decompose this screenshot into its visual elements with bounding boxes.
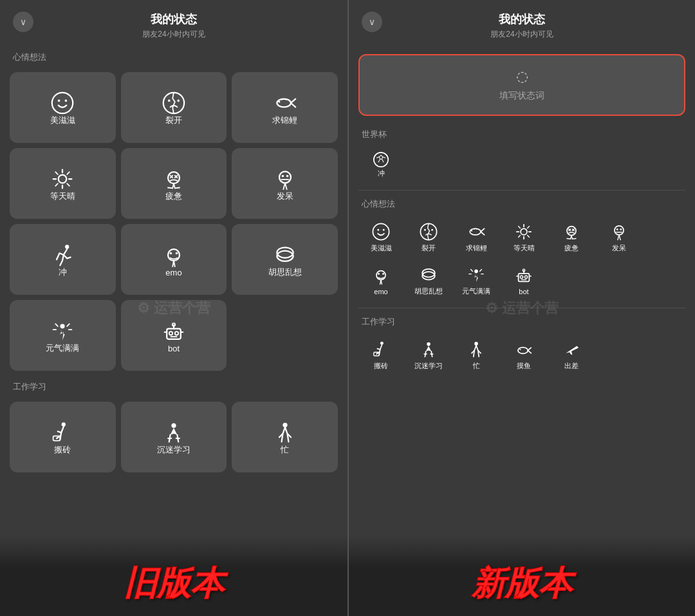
left-tile-label-bot: bot — [168, 344, 180, 353]
tired-icon — [162, 167, 185, 191]
work-icon — [51, 421, 74, 444]
right-chip-sun[interactable]: 等天晴 — [501, 218, 546, 258]
right-chip-liekai[interactable]: 裂开 — [406, 218, 451, 258]
right-chip-label-work: 搬砖 — [374, 361, 388, 371]
right-fish2-icon — [515, 341, 533, 359]
right-chip-bot[interactable]: bot — [501, 261, 546, 301]
left-tile-bot[interactable]: bot — [121, 300, 227, 371]
left-tile-liekai[interactable]: 裂开 — [121, 72, 227, 143]
right-chip-work[interactable]: 搬砖 — [358, 335, 403, 376]
left-tile-label-daze: 发呆 — [277, 191, 293, 202]
right-fish-icon — [467, 223, 485, 241]
right-chip-label-sun: 等天晴 — [514, 243, 535, 253]
right-chip-study[interactable]: 沉迷学习 — [406, 335, 451, 376]
right-cloud-icon — [420, 266, 438, 284]
right-chip-label-emo: emo — [374, 288, 387, 295]
right-chip-daze[interactable]: 发呆 — [597, 218, 642, 258]
left-tile-label-energy: 元气满满 — [46, 342, 79, 354]
left-version-text: 旧版本 — [124, 565, 224, 602]
right-version-text: 新版本 — [472, 565, 572, 602]
left-panel: ∨ 我的状态 朋友24小时内可见 心情想法 美滋滋 裂开 求锦鲤 等天晴 — [0, 0, 348, 616]
right-panel: ∨ 我的状态 朋友24小时内可见 ◌ 填写状态词 世界杯 冲 心情想法 美滋滋 — [348, 0, 695, 616]
left-title: 我的状态 — [13, 12, 335, 27]
left-tile-emo[interactable]: emo — [121, 224, 227, 295]
right-chip-label-energy: 元气满满 — [462, 286, 490, 296]
left-work-section-label: 工作学习 — [0, 376, 348, 397]
smile-icon — [51, 91, 74, 115]
left-work-grid: 搬砖 沉迷学习 忙 — [0, 397, 348, 478]
left-tile-work[interactable]: 搬砖 — [10, 402, 116, 472]
left-tile-jinli[interactable]: 求锦鲤 — [232, 72, 338, 143]
right-tired-icon — [562, 223, 580, 241]
right-chip-busy[interactable]: 忙 — [454, 335, 499, 376]
left-back-button[interactable]: ∨ — [13, 12, 33, 32]
right-header: ∨ 我的状态 朋友24小时内可见 — [349, 0, 695, 46]
right-worldcup-item-rush[interactable]: 冲 — [358, 147, 403, 182]
cloud-icon — [273, 243, 297, 266]
left-tile-label-tired: 疲惫 — [165, 191, 182, 202]
right-chip-label-jinli: 求锦鲤 — [466, 243, 487, 253]
right-trip-icon — [562, 341, 580, 359]
left-tile-label-study: 沉迷学习 — [157, 444, 190, 456]
left-mood-section-label: 心情想法 — [0, 46, 348, 67]
left-tile-label-cloud: 胡思乱想 — [268, 266, 302, 278]
right-chip-cloud[interactable]: 胡思乱想 — [406, 261, 451, 301]
left-tile-cloud[interactable]: 胡思乱想 — [232, 224, 338, 295]
left-tile-daze[interactable]: 发呆 — [232, 148, 338, 219]
right-chip-label-tired: 疲惫 — [564, 243, 579, 253]
right-chip-label-cloud: 胡思乱想 — [414, 286, 443, 296]
right-chip-trip[interactable]: 出差 — [549, 335, 594, 376]
right-work-section-label: 工作学习 — [349, 311, 695, 331]
divider-1 — [358, 190, 685, 191]
right-title: 我的状态 — [362, 12, 682, 27]
right-back-button[interactable]: ∨ — [362, 12, 382, 32]
left-tile-label-meizizhi: 美滋滋 — [50, 115, 75, 126]
left-tile-label-busy: 忙 — [281, 444, 289, 456]
bot-icon — [162, 321, 185, 344]
right-daze-icon — [610, 223, 628, 241]
fish-icon — [273, 91, 297, 115]
energy-icon — [51, 319, 74, 342]
left-tile-study[interactable]: 沉迷学习 — [121, 402, 227, 472]
sun-icon — [51, 167, 74, 191]
daze-icon — [273, 167, 297, 191]
left-tile-label-work: 搬砖 — [54, 444, 71, 456]
left-tile-tired[interactable]: 疲惫 — [121, 148, 227, 219]
right-energy-icon — [467, 266, 485, 284]
run-icon — [51, 243, 74, 266]
right-worldcup-section: 冲 — [349, 144, 695, 187]
right-chip-label-moyu: 摸鱼 — [517, 361, 531, 371]
left-tile-label-liekai: 裂开 — [165, 115, 182, 126]
left-tile-label-rush: 冲 — [59, 266, 67, 278]
right-chip-label-liekai: 裂开 — [422, 243, 436, 253]
left-tile-meizizhi[interactable]: 美滋滋 — [10, 72, 116, 143]
left-tile-busy[interactable]: 忙 — [232, 402, 338, 472]
status-placeholder: 填写状态词 — [499, 90, 544, 102]
chevron-down-icon: ∨ — [20, 17, 26, 27]
right-version-overlay: 新版本 — [349, 536, 695, 616]
left-tile-energy[interactable]: 元气满满 — [10, 300, 116, 371]
left-mood-grid: 美滋滋 裂开 求锦鲤 等天晴 疲惫 发呆 — [0, 67, 348, 376]
right-worldcup-label: 世界杯 — [349, 124, 695, 144]
right-work-icon — [372, 341, 390, 359]
worldcup-rush-label: 冲 — [378, 169, 385, 178]
right-chip-tired[interactable]: 疲惫 — [549, 218, 594, 258]
right-chip-meizizhi[interactable]: 美滋滋 — [358, 218, 403, 258]
left-tile-rush[interactable]: 冲 — [10, 224, 116, 295]
right-chip-label-study: 沉迷学习 — [414, 361, 443, 371]
right-chip-emo[interactable]: emo — [358, 261, 403, 301]
split-icon — [162, 91, 185, 115]
status-input-box[interactable]: ◌ 填写状态词 — [358, 54, 685, 116]
left-tile-label-emo: emo — [165, 268, 181, 277]
right-chip-label-bot: bot — [519, 288, 528, 295]
divider-2 — [358, 308, 685, 308]
right-busy-icon — [467, 341, 485, 359]
right-chip-jinli[interactable]: 求锦鲤 — [454, 218, 499, 258]
right-chip-moyu[interactable]: 摸鱼 — [501, 335, 546, 376]
right-chip-energy[interactable]: 元气满满 — [454, 261, 499, 301]
left-tile-sun[interactable]: 等天晴 — [10, 148, 116, 219]
right-bot-icon — [515, 267, 533, 285]
study-icon — [162, 421, 185, 444]
right-split-icon — [420, 223, 438, 241]
emo-icon — [162, 245, 185, 268]
